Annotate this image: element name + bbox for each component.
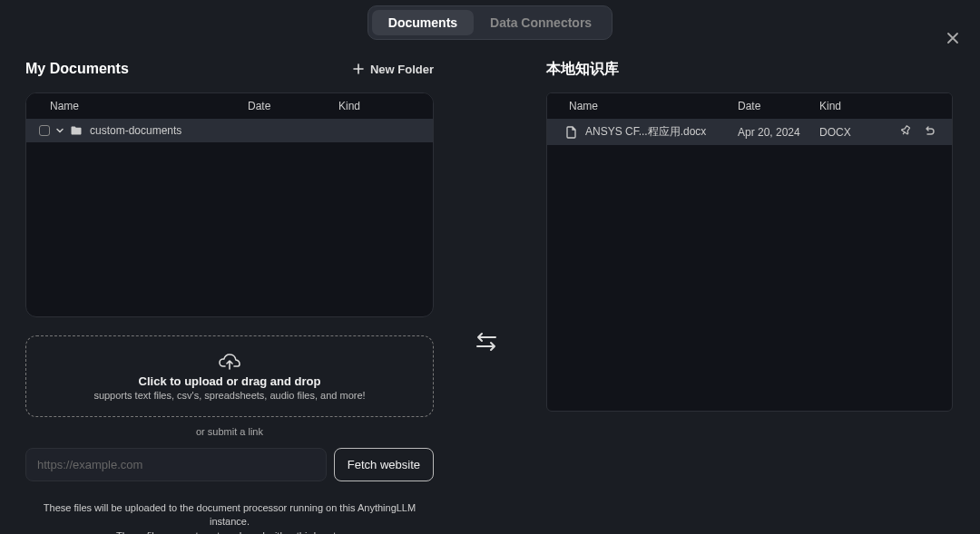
right-list-header: Name Date Kind xyxy=(547,93,952,119)
file-icon xyxy=(565,126,578,139)
remove-button[interactable] xyxy=(923,124,936,140)
plus-icon xyxy=(352,63,365,75)
item-date: Apr 20, 2024 xyxy=(738,126,819,139)
item-kind: DOCX xyxy=(819,126,883,139)
url-input[interactable] xyxy=(25,448,327,481)
list-item[interactable]: custom-documents xyxy=(26,119,433,142)
upload-dropzone[interactable]: Click to upload or drag and drop support… xyxy=(25,335,434,417)
upload-cloud-icon xyxy=(218,353,241,373)
item-name: ANSYS CF...程应用.docx xyxy=(578,124,738,140)
tabs: Documents Data Connectors xyxy=(368,5,612,40)
transfer-arrows[interactable] xyxy=(474,330,499,357)
knowledge-base-title: 本地知识库 xyxy=(546,60,619,79)
footer-note: These files will be uploaded to the docu… xyxy=(25,501,434,534)
col-kind: Kind xyxy=(338,100,420,112)
my-documents-panel: My Documents New Folder Name Date Kind xyxy=(25,56,434,534)
col-date: Date xyxy=(248,100,338,112)
list-item[interactable]: ANSYS CF...程应用.docx Apr 20, 2024 DOCX xyxy=(547,119,952,145)
tab-documents[interactable]: Documents xyxy=(372,10,474,35)
new-folder-label: New Folder xyxy=(370,63,434,76)
pin-button[interactable] xyxy=(899,124,912,140)
my-documents-title: My Documents xyxy=(25,61,129,77)
col-name: Name xyxy=(560,100,738,112)
undo-icon xyxy=(923,124,936,137)
knowledge-base-panel: 本地知识库 Name Date Kind ANSYS CF...程应用.docx… xyxy=(546,56,953,534)
checkbox[interactable] xyxy=(39,125,50,136)
item-name: custom-documents xyxy=(83,124,248,137)
new-folder-button[interactable]: New Folder xyxy=(352,63,434,76)
pin-icon xyxy=(899,124,912,137)
chevron-down-icon[interactable] xyxy=(55,126,64,135)
col-kind: Kind xyxy=(819,100,883,112)
folder-icon xyxy=(70,124,83,137)
col-date: Date xyxy=(738,100,819,112)
or-submit-link-label: or submit a link xyxy=(25,426,434,437)
left-list-header: Name Date Kind xyxy=(26,93,433,119)
upload-main-text: Click to upload or drag and drop xyxy=(139,374,321,388)
fetch-website-button[interactable]: Fetch website xyxy=(334,448,434,481)
upload-sub-text: supports text files, csv's, spreadsheets… xyxy=(93,390,365,401)
tab-data-connectors[interactable]: Data Connectors xyxy=(474,10,608,35)
col-name: Name xyxy=(39,100,248,112)
